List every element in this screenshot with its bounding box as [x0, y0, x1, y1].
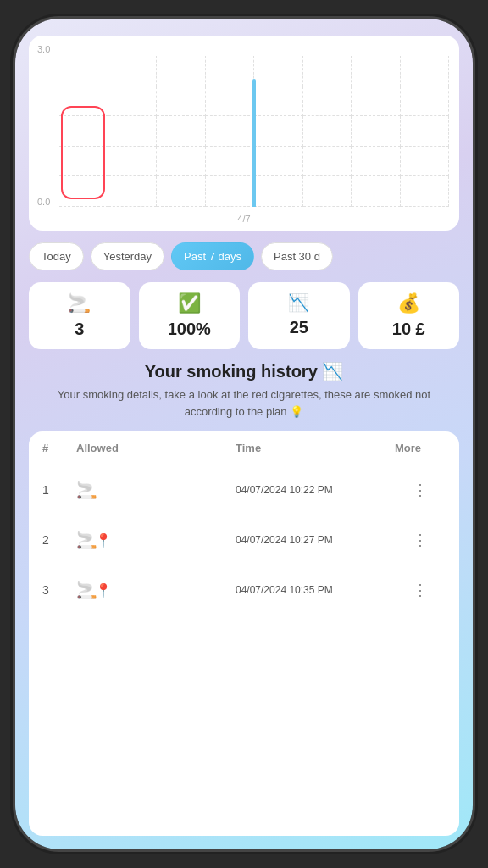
smoking-history-table: # Allowed Time More 1 🚬 04/07/2024 10:22… — [29, 431, 459, 836]
stat-card-trend: 📉 25 — [248, 282, 350, 349]
tab-yesterday[interactable]: Yesterday — [91, 242, 164, 270]
chart-container: 3.0 0.0 — [29, 36, 459, 231]
col-header-num: # — [42, 442, 76, 454]
tab-today[interactable]: Today — [29, 242, 84, 270]
row-time: 04/07/2024 10:27 PM — [236, 534, 395, 546]
stat-card-success: ✅ 100% — [139, 282, 241, 349]
history-description: Your smoking details, take a look at the… — [36, 387, 452, 420]
row-time: 04/07/2024 10:22 PM — [236, 484, 395, 496]
stat-value-success: 100% — [168, 320, 211, 339]
col-header-more: More — [395, 442, 446, 454]
tab-past30days[interactable]: Past 30 d — [261, 242, 333, 270]
tab-past7days[interactable]: Past 7 days — [171, 242, 254, 270]
history-title: Your smoking history 📉 — [36, 361, 452, 381]
chart-bar-area — [59, 56, 449, 207]
row-number: 2 — [42, 533, 76, 547]
trend-icon: 📉 — [288, 292, 309, 313]
checkmark-icon: ✅ — [178, 292, 201, 314]
more-options-icon[interactable]: ⋮ — [409, 577, 431, 603]
location-pin-blue-icon: 📍 — [95, 532, 112, 548]
location-pin-red-icon: 📍 — [95, 582, 112, 598]
chart-y-bottom-label: 0.0 — [37, 197, 50, 207]
chart-y-top-label: 3.0 — [37, 44, 50, 54]
more-options-icon[interactable]: ⋮ — [409, 477, 431, 503]
cigarette-icon: 🚬 — [68, 292, 91, 314]
col-header-allowed: Allowed — [76, 442, 236, 454]
row-more-cell: ⋮ — [395, 477, 446, 503]
row-number: 1 — [42, 483, 76, 497]
table-row: 2 🚬 📍 04/07/2024 10:27 PM ⋮ — [29, 515, 459, 565]
stat-card-cost: 💰 10 £ — [358, 282, 460, 349]
stat-value-cigarettes: 3 — [75, 320, 84, 339]
table-row: 3 🚬 📍 04/07/2024 10:35 PM ⋮ — [29, 565, 459, 615]
stat-value-trend: 25 — [290, 318, 308, 337]
chart-bar — [252, 79, 256, 207]
row-number: 3 — [42, 583, 76, 597]
stat-card-cigarettes: 🚬 3 — [29, 282, 130, 349]
row-allowed-cell: 🚬 — [76, 480, 236, 500]
row-allowed-cell: 🚬 📍 — [76, 530, 236, 550]
stats-row: 🚬 3 ✅ 100% 📉 25 💰 10 £ — [29, 282, 459, 349]
row-more-cell: ⋮ — [395, 527, 446, 553]
period-tabs: Today Yesterday Past 7 days Past 30 d — [29, 242, 459, 270]
phone-shell: 3.0 0.0 — [15, 19, 473, 849]
col-header-time: Time — [236, 442, 395, 454]
history-section: Your smoking history 📉 Your smoking deta… — [29, 361, 459, 420]
table-header: # Allowed Time More — [29, 431, 459, 465]
cigarette-allowed-icon: 🚬 — [76, 480, 97, 500]
row-time: 04/07/2024 10:35 PM — [236, 584, 395, 596]
row-more-cell: ⋮ — [395, 577, 446, 603]
chart-x-label: 4/7 — [237, 214, 250, 224]
stat-value-cost: 10 £ — [392, 320, 425, 339]
screen: 3.0 0.0 — [15, 19, 473, 849]
more-options-icon[interactable]: ⋮ — [409, 527, 431, 553]
money-icon: 💰 — [397, 292, 420, 314]
row-allowed-cell: 🚬 📍 — [76, 580, 236, 600]
table-row: 1 🚬 04/07/2024 10:22 PM ⋮ — [29, 465, 459, 515]
